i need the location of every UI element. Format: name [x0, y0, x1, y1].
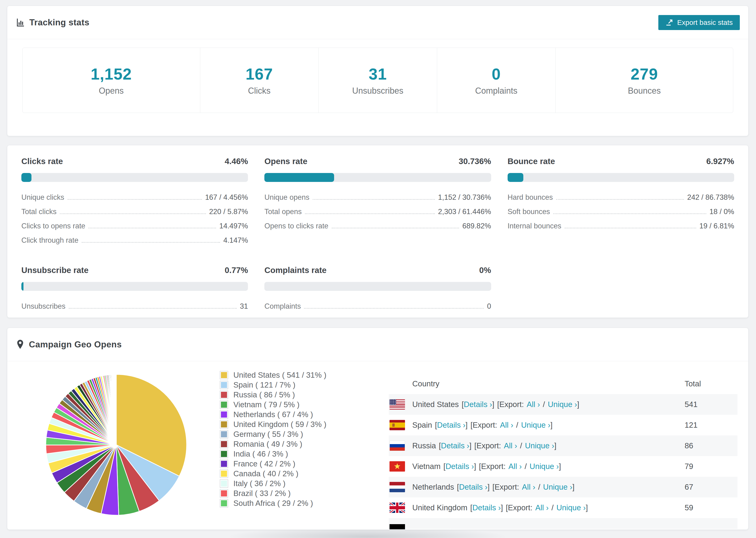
rate-detail-label: Total opens: [264, 207, 302, 216]
export-all-link[interactable]: All ›: [500, 421, 513, 430]
rate-detail-row: Click through rate 4.147%: [21, 236, 248, 245]
geo-opens-card: Campaign Geo Opens United States ( 541 /…: [7, 328, 748, 530]
pie-slice[interactable]: [116, 374, 116, 445]
rate-value: 30.736%: [459, 157, 491, 166]
table-row: Vietnam [Details ›] [Export:All ›/Unique…: [389, 456, 737, 477]
country-name: United States: [412, 400, 459, 409]
export-unique-link[interactable]: Unique ›: [530, 462, 559, 471]
page-title: Tracking stats: [29, 18, 89, 27]
legend-color-swatch: [220, 459, 228, 468]
rate-progress-bar: [21, 282, 248, 291]
export-unique-link[interactable]: Unique ›: [525, 441, 554, 450]
summary-stat-value: 31: [369, 65, 387, 83]
rate-detail-value: 1,152 / 30.736%: [438, 193, 491, 202]
rate-detail-label: Click through rate: [21, 236, 79, 244]
export-all-link[interactable]: All ›: [527, 400, 540, 409]
bracket: [: [479, 462, 481, 471]
rate-detail-row: Total clicks 220 / 5.87%: [21, 207, 248, 216]
pie-legend: United States ( 541 / 31% ) Spain ( 121 …: [220, 370, 326, 508]
country-flag-icon: [390, 420, 405, 430]
details-link[interactable]: Details ›: [437, 421, 465, 430]
rate-detail-value: 242 / 86.738%: [687, 193, 734, 202]
legend-label: Romania ( 49 / 3% ): [233, 440, 302, 449]
export-icon: [665, 19, 674, 27]
country-name: Russia: [412, 441, 436, 450]
details-link[interactable]: Details ›: [472, 503, 501, 512]
dotted-leader: [68, 199, 202, 200]
rate-progress-bar: [264, 173, 491, 182]
legend-item: United Kingdom ( 59 / 3% ): [220, 419, 326, 429]
tracking-stats-card: Tracking stats Export basic stats 1,152 …: [7, 6, 748, 136]
legend-color-swatch: [220, 440, 228, 448]
dotted-leader: [69, 308, 237, 309]
legend-label: France ( 42 / 2% ): [233, 459, 296, 468]
bracket: [: [506, 503, 508, 512]
rate-detail-label: Soft bounces: [508, 207, 550, 216]
rate-value: 0.77%: [225, 265, 248, 275]
details-link[interactable]: Details ›: [446, 462, 474, 471]
legend-label: United States ( 541 / 31% ): [233, 371, 326, 380]
rate-detail-value: 18 / 0%: [710, 207, 734, 216]
country-total: 541: [685, 400, 698, 409]
rate-progress-fill: [264, 173, 334, 182]
details-link[interactable]: Details ›: [459, 483, 487, 492]
export-all-link[interactable]: All ›: [509, 462, 522, 471]
rate-block: Clicks rate 4.46% Unique clicks 167 / 4.…: [21, 157, 248, 250]
dotted-leader: [565, 228, 696, 228]
summary-stats-box: 1,152 Opens 167 Clicks 31 Unsubscribes 0…: [22, 48, 733, 113]
bracket: [: [435, 421, 437, 430]
legend-label: Spain ( 121 / 7% ): [233, 381, 296, 389]
rate-header: Complaints rate 0%: [264, 265, 491, 275]
bracket: [: [492, 483, 495, 492]
summary-stat-label: Opens: [99, 86, 124, 96]
dotted-leader: [304, 308, 484, 309]
summary-stat: 31 Unsubscribes: [319, 48, 437, 113]
rate-detail-row: Clicks to opens rate 14.497%: [21, 222, 248, 231]
legend-color-swatch: [220, 381, 228, 389]
rate-block: Opens rate 30.736% Unique opens 1,152 / …: [264, 157, 491, 250]
details-link[interactable]: Details ›: [464, 400, 492, 409]
dotted-leader: [82, 242, 220, 243]
table-row: United Kingdom [Details ›] [Export:All ›…: [389, 497, 737, 518]
export-all-link[interactable]: All ›: [535, 503, 549, 512]
summary-stat: 0 Complaints: [437, 48, 556, 113]
export-all-link[interactable]: All ›: [522, 483, 535, 492]
export-unique-link[interactable]: Unique ›: [543, 483, 572, 492]
geo-opens-header: Campaign Geo Opens: [7, 328, 748, 361]
export-basic-stats-button[interactable]: Export basic stats: [658, 15, 740, 30]
export-unique-link[interactable]: Unique ›: [521, 421, 551, 430]
rate-detail-label: Unique clicks: [21, 193, 64, 202]
summary-stat-label: Clicks: [248, 86, 270, 96]
legend-item: Romania ( 49 / 3% ): [220, 439, 326, 449]
slash: /: [538, 483, 540, 492]
export-label: Export:: [473, 421, 497, 430]
slash: /: [552, 503, 554, 512]
rate-detail-value: 220 / 5.87%: [209, 207, 248, 216]
dotted-leader: [60, 213, 206, 214]
summary-stat-value: 167: [245, 65, 273, 83]
bracket: ]: [554, 441, 557, 450]
geo-opens-pie-chart[interactable]: [39, 367, 194, 522]
bracket: ]: [550, 421, 553, 430]
export-label: Export:: [476, 441, 501, 450]
bracket: [: [439, 441, 441, 450]
export-unique-link[interactable]: Unique ›: [557, 503, 586, 512]
rate-detail-label: Complaints: [264, 302, 301, 310]
rate-detail-label: Total clicks: [21, 207, 57, 216]
summary-stat: 167 Clicks: [200, 48, 319, 113]
rate-title: Unsubscribe rate: [21, 265, 88, 275]
column-header-country: Country: [412, 379, 440, 388]
export-all-link[interactable]: All ›: [504, 441, 517, 450]
country-total: 79: [685, 462, 693, 471]
legend-item: Canada ( 40 / 2% ): [220, 469, 326, 479]
country-flag-icon: [390, 399, 405, 409]
export-unique-link[interactable]: Unique ›: [548, 400, 577, 409]
details-link[interactable]: Details ›: [441, 441, 469, 450]
rate-progress-bar: [508, 173, 734, 182]
summary-stat-value: 279: [631, 65, 658, 83]
slash: /: [543, 400, 545, 409]
export-button-label: Export basic stats: [677, 19, 733, 27]
bracket: ]: [465, 421, 468, 430]
geo-opens-table: Country Total United States [Details ›] …: [389, 373, 737, 529]
rate-header: Unsubscribe rate 0.77%: [21, 265, 248, 275]
